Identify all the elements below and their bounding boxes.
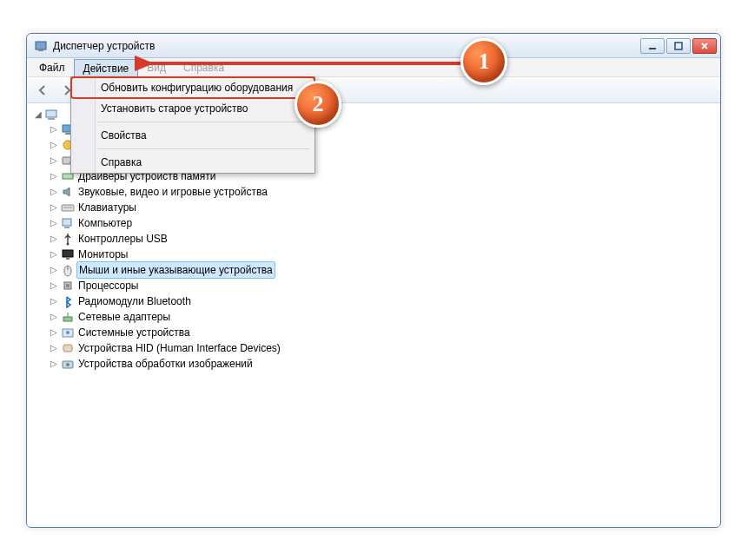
dropdown-separator [97,122,309,122]
tree-node[interactable]: ▷Мыши и иные указывающие устройства [33,262,714,278]
tree-node-label: Мониторы [76,247,129,262]
tree-node-label: Процессоры [76,278,141,293]
tree-node[interactable]: ▷Системные устройства [33,325,714,340]
svg-rect-27 [63,345,72,352]
dropdown-separator [97,148,309,149]
tree-node[interactable]: ▷Устройства обработки изображений [33,356,714,372]
usb-icon [61,232,75,246]
tree-node-label: Мыши и иные указывающие устройства [76,261,275,279]
expand-icon[interactable]: ▷ [49,327,59,338]
expand-icon[interactable]: ▷ [49,312,59,322]
tree-node[interactable]: ▷Клавиатуры [33,200,714,215]
menu-help[interactable]: Справка [175,58,233,76]
svg-rect-11 [63,174,73,179]
monitor-icon [61,247,75,261]
svg-rect-0 [36,42,46,49]
tree-node[interactable]: ▷Процессоры [33,278,714,293]
expand-icon[interactable]: ▷ [49,155,59,166]
svg-rect-23 [63,317,72,321]
tree-node[interactable]: ▷Звуковые, видео и игровые устройства [33,184,714,200]
tree-node[interactable]: ▷Мониторы [33,247,714,262]
expand-icon[interactable]: ▷ [49,124,59,135]
menu-action-help[interactable]: Справка [71,152,314,173]
expand-icon[interactable]: ▷ [49,249,59,260]
cpu-icon [61,279,75,293]
tree-node-label: Клавиатуры [76,200,138,215]
network-icon [61,310,75,324]
tree-node[interactable]: ▷Контроллеры USB [33,231,714,247]
expand-icon[interactable]: ▷ [49,359,59,369]
svg-rect-1 [38,49,43,51]
tree-node-label: Системные устройства [76,325,192,340]
callout-1: 1 [460,38,507,85]
tree-node[interactable]: ▷Радиомодули Bluetooth [33,293,714,309]
svg-rect-3 [675,43,682,49]
svg-rect-17 [63,250,73,257]
window-title: Диспетчер устройств [53,40,640,52]
tree-node-label: Радиомодули Bluetooth [76,293,193,309]
expand-icon[interactable]: ▷ [49,187,59,197]
sound-icon [61,185,75,199]
mouse-icon [61,263,75,277]
tree-node-label: Контроллеры USB [76,231,169,247]
nav-back-button[interactable] [32,80,53,101]
expand-icon[interactable]: ▷ [49,202,59,213]
tree-node[interactable]: ▷Устройства HID (Human Interface Devices… [33,340,714,356]
menu-view[interactable]: Вид [138,58,175,76]
svg-rect-22 [66,284,70,287]
system-icon [61,326,75,339]
window-controls [640,38,717,54]
expand-icon[interactable]: ▷ [49,234,59,244]
imaging-icon [61,357,75,371]
menubar: Файл Действие Вид Справка [27,58,720,77]
bluetooth-icon [61,294,75,308]
tree-node[interactable]: ▷Сетевые адаптеры [33,309,714,325]
tree-node-label: Устройства обработки изображений [76,356,255,372]
tree-node-label: Сетевые адаптеры [76,309,172,325]
maximize-button[interactable] [666,38,691,54]
minimize-button[interactable] [640,38,665,54]
expand-icon[interactable]: ▷ [49,296,59,306]
menu-action[interactable]: Действие [74,59,139,76]
expand-icon[interactable]: ▷ [49,218,59,228]
menu-scan-hardware[interactable]: Обновить конфигурацию оборудования [71,77,314,98]
computer-root-icon [45,108,59,122]
menu-file[interactable]: Файл [30,58,74,76]
tree-node-label: Звуковые, видео и игровые устройства [76,184,269,200]
hid-icon [61,341,75,355]
callout-2: 2 [295,81,341,128]
expand-icon[interactable]: ▷ [49,343,59,353]
app-icon [34,39,48,53]
expand-icon[interactable]: ▷ [49,140,59,150]
svg-rect-4 [46,110,56,117]
svg-rect-5 [48,118,55,120]
svg-point-29 [66,363,70,366]
expand-icon[interactable]: ▷ [49,280,59,291]
tree-node-label: Компьютер [76,215,134,231]
svg-point-26 [66,331,70,334]
collapse-icon[interactable]: ◢ [33,109,43,120]
action-dropdown: Обновить конфигурацию оборудования Устан… [70,76,315,174]
menu-properties[interactable]: Свойства [71,125,314,146]
svg-rect-2 [649,48,656,49]
svg-rect-15 [64,227,70,228]
computer-icon [61,216,75,230]
svg-rect-18 [66,258,70,260]
svg-point-16 [67,243,70,246]
svg-rect-14 [63,219,71,226]
menu-add-legacy[interactable]: Установить старое устройство [71,98,314,119]
tree-node[interactable]: ▷Компьютер [33,215,714,231]
tree-node-label: Устройства HID (Human Interface Devices) [76,340,282,356]
titlebar: Диспетчер устройств [27,34,720,58]
expand-icon[interactable]: ▷ [49,265,59,275]
expand-icon[interactable]: ▷ [49,171,59,181]
close-button[interactable] [692,38,717,54]
keyboard-icon [61,201,75,214]
